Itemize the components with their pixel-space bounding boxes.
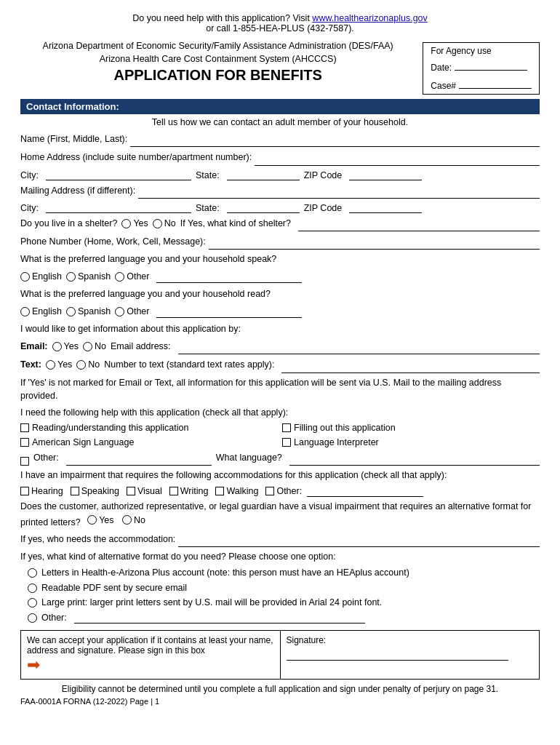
agency-line1: Arizona Department of Economic Security/… — [20, 41, 415, 51]
help-checkbox-3[interactable] — [282, 438, 291, 447]
text-yes-radio[interactable] — [46, 360, 55, 370]
state-label: State: — [196, 170, 220, 180]
alt-options-list: Letters in Health-e-Arizona Plus account… — [28, 567, 540, 624]
text-no-radio[interactable] — [76, 360, 86, 370]
info-q: I would like to get information about th… — [20, 322, 540, 336]
mailing-zip-label: ZIP Code — [304, 203, 343, 213]
contact-section-header: Contact Information: — [20, 99, 540, 114]
sig-line[interactable] — [287, 660, 509, 661]
sig-label: Signature: — [287, 635, 534, 645]
zip-label: ZIP Code — [304, 170, 343, 180]
shelter-kind-label: If Yes, what kind of shelter? — [180, 216, 291, 231]
impairment-q: I have an impairment that requires the f… — [20, 469, 540, 482]
read-spanish[interactable]: Spanish — [66, 304, 111, 319]
email-yes-radio[interactable] — [52, 342, 62, 351]
imp-walking[interactable]: Walking — [215, 486, 258, 496]
other-help-label: Other: — [33, 450, 59, 466]
other-help-checkbox[interactable] — [20, 457, 29, 466]
mail-notice: If 'Yes' is not marked for Email or Text… — [20, 376, 540, 404]
agency-line2: Arizona Health Care Cost Containment Sys… — [20, 54, 415, 64]
shelter-label: Do you live in a shelter? — [20, 216, 117, 231]
imp-walking-checkbox[interactable] — [215, 487, 224, 495]
speak-english[interactable]: English — [20, 269, 62, 284]
alt-opt-0-radio[interactable] — [28, 568, 37, 578]
top-notice: Do you need help with this application? … — [20, 13, 540, 33]
imp-other[interactable]: Other: — [265, 485, 423, 497]
imp-visual-checkbox[interactable] — [127, 487, 135, 495]
alt-format-q: If yes, what kind of alternative format … — [20, 550, 540, 564]
email-no[interactable]: No — [83, 339, 106, 354]
imp-other-checkbox[interactable] — [265, 487, 274, 495]
text-yes[interactable]: Yes — [46, 357, 72, 372]
speak-english-radio[interactable] — [20, 272, 30, 282]
text-label: Text: — [20, 357, 41, 372]
vis-yes[interactable]: Yes — [87, 514, 113, 527]
imp-writing[interactable]: Writing — [169, 486, 209, 496]
imp-visual[interactable]: Visual — [127, 486, 162, 496]
help-items-grid: Reading/understanding this application F… — [20, 423, 540, 447]
alt-opt-2-radio[interactable] — [28, 598, 37, 607]
speak-other[interactable]: Other — [115, 269, 149, 284]
city-label: City: — [20, 170, 39, 180]
vis-no-radio[interactable] — [122, 515, 132, 525]
alt-opt-1[interactable]: Readable PDF sent by secure email — [28, 582, 540, 595]
shelter-yes[interactable]: Yes — [121, 216, 148, 231]
help-item-1[interactable]: Filling out this application — [282, 423, 540, 433]
read-english[interactable]: English — [20, 304, 62, 319]
language-read-row: English Spanish Other — [20, 304, 540, 319]
help-item-3[interactable]: Language Interpreter — [282, 437, 540, 447]
speak-spanish[interactable]: Spanish — [66, 269, 111, 284]
shelter-no[interactable]: No — [153, 216, 176, 231]
vis-yes-radio[interactable] — [87, 515, 97, 525]
help-item-0[interactable]: Reading/understanding this application — [20, 423, 278, 433]
imp-hearing-checkbox[interactable] — [20, 487, 29, 495]
visual-q: Does the customer, authorized representa… — [20, 500, 540, 529]
read-spanish-radio[interactable] — [66, 307, 76, 316]
text-number-label: Number to text (standard text rates appl… — [104, 357, 274, 372]
email-row: Email: Yes No Email address: — [20, 339, 540, 354]
help-checkbox-1[interactable] — [282, 423, 291, 432]
alt-opt-2[interactable]: Large print: larger print letters sent b… — [28, 597, 540, 610]
language-speak-q: What is the preferred language you and y… — [20, 252, 540, 266]
read-other-radio[interactable] — [115, 307, 124, 316]
sig-right: Signature: — [281, 631, 540, 679]
help-checkbox-2[interactable] — [20, 438, 29, 447]
shelter-no-radio[interactable] — [153, 219, 162, 228]
city-state-zip-row: City: State: ZIP Code — [20, 169, 540, 180]
date-field: Date: — [431, 59, 532, 73]
phone-line: Phone Number (Home, Work, Cell, Message)… — [20, 234, 540, 250]
mailing-address-line: Mailing Address (if different): — [20, 183, 540, 199]
vis-no[interactable]: No — [122, 514, 145, 527]
alt-opt-1-radio[interactable] — [28, 583, 37, 593]
website-link[interactable]: www.healthearizonaplus.gov — [312, 13, 427, 23]
read-other[interactable]: Other — [115, 304, 149, 319]
alt-opt-0[interactable]: Letters in Health-e-Arizona Plus account… — [28, 567, 540, 580]
imp-speaking-checkbox[interactable] — [71, 487, 79, 495]
impairment-items: Hearing Speaking Visual Writing Walking … — [20, 485, 540, 497]
sig-left-text: We can accept your application if it con… — [21, 631, 281, 679]
contact-subtitle: Tell us how we can contact an adult memb… — [20, 117, 540, 127]
imp-speaking[interactable]: Speaking — [71, 486, 119, 496]
help-item-2[interactable]: American Sign Language — [20, 437, 278, 447]
alt-opt-3: Other: — [28, 612, 540, 625]
speak-spanish-radio[interactable] — [66, 272, 76, 282]
name-line: Name (First, Middle, Last): — [20, 132, 540, 147]
alt-opt-3-radio[interactable] — [28, 613, 37, 623]
phone-label: Phone Number (Home, Work, Cell, Message)… — [20, 234, 206, 250]
text-no[interactable]: No — [76, 357, 100, 372]
app-title: APPLICATION FOR BENEFITS — [20, 67, 415, 84]
email-no-radio[interactable] — [83, 342, 92, 351]
imp-writing-checkbox[interactable] — [169, 487, 178, 495]
shelter-yes-radio[interactable] — [121, 219, 131, 228]
help-checkbox-0[interactable] — [20, 423, 29, 432]
footer-note: FAA-0001A FORNA (12-2022) Page | 1 — [20, 697, 540, 706]
name-label: Name (First, Middle, Last): — [20, 132, 127, 147]
imp-hearing[interactable]: Hearing — [20, 486, 63, 496]
signature-section: We can accept your application if it con… — [20, 630, 540, 680]
speak-other-radio[interactable] — [115, 272, 124, 282]
mailing-city-state-zip-row: City: State: ZIP Code — [20, 202, 540, 213]
mailing-city-label: City: — [20, 203, 39, 213]
text-row: Text: Yes No Number to text (standard te… — [20, 357, 540, 372]
read-english-radio[interactable] — [20, 307, 30, 316]
email-yes[interactable]: Yes — [52, 339, 79, 354]
